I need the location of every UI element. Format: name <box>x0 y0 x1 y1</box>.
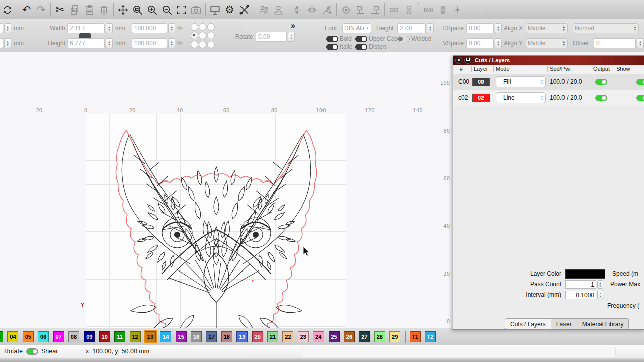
ypos-stepper[interactable]: ▲▼ <box>4 38 11 48</box>
match-height-icon[interactable] <box>436 2 450 17</box>
workspace-grid[interactable] <box>86 114 346 362</box>
tab-material-library[interactable]: Material Library <box>577 318 629 329</box>
owl-design-object[interactable] <box>86 114 347 362</box>
distribute-horizontal-icon[interactable] <box>387 2 401 17</box>
distort-toggle[interactable] <box>355 44 367 50</box>
zoom-out-icon[interactable] <box>159 2 174 17</box>
palette-color-08[interactable]: 08 <box>68 331 79 342</box>
layer-show-toggle[interactable] <box>636 79 644 85</box>
interval-field[interactable] <box>565 291 596 299</box>
xpos-field[interactable] <box>0 23 3 33</box>
layer-mode-combo[interactable]: Line▲▼ <box>496 92 546 103</box>
height-percent-field[interactable] <box>132 38 167 48</box>
palette-color-12[interactable]: 12 <box>130 331 141 342</box>
layer-show-toggle[interactable] <box>636 95 644 101</box>
palette-color-11[interactable]: 11 <box>114 331 125 342</box>
layer-row-C00[interactable]: C0000Fill▲▼100.0 / 20.0 <box>453 74 644 90</box>
move-to-origin-icon[interactable] <box>339 2 353 17</box>
palette-color-28[interactable]: 28 <box>374 331 385 342</box>
zoom-page-icon[interactable] <box>130 2 145 17</box>
palette-color-27[interactable]: 27 <box>359 331 370 342</box>
font-combo[interactable]: DIN Alternate ▼ <box>342 23 371 33</box>
anchor-dot[interactable] <box>207 41 215 48</box>
mirror-across-line-icon[interactable] <box>319 2 334 17</box>
rotate-field[interactable] <box>256 32 287 42</box>
text-style-combo[interactable]: Normal ▲▼ <box>573 23 639 33</box>
user-icon[interactable] <box>271 2 286 17</box>
palette-color-05[interactable]: 05 <box>23 331 34 342</box>
redo-icon[interactable]: ↷ <box>34 2 48 17</box>
undo-icon[interactable]: ↶ <box>19 2 34 17</box>
palette-color-16[interactable]: 16 <box>191 331 202 342</box>
bold-toggle[interactable] <box>326 36 338 42</box>
position-laser-icon[interactable] <box>450 2 465 17</box>
layer-mode-combo[interactable]: Fill▲▼ <box>496 76 546 87</box>
vspace-stepper[interactable]: ▲▼ <box>495 38 502 48</box>
palette-color-06[interactable]: 06 <box>38 331 49 342</box>
layer-output-toggle[interactable] <box>595 95 607 101</box>
flip-horizontal-icon[interactable] <box>305 2 319 17</box>
width-stepper[interactable]: ▲▼ <box>106 23 113 33</box>
palette-color-29[interactable]: 29 <box>389 331 400 342</box>
undock-icon[interactable] <box>464 57 471 64</box>
pass-count-stepper[interactable]: ▲▼ <box>597 280 603 289</box>
import-icon[interactable] <box>0 2 15 17</box>
anchor-dot[interactable] <box>199 32 206 39</box>
flip-vertical-icon[interactable] <box>290 2 305 17</box>
distribute-vertical-icon[interactable] <box>401 2 416 17</box>
palette-color-10[interactable]: 10 <box>99 331 110 342</box>
width-percent-field[interactable] <box>132 23 167 33</box>
settings-icon[interactable]: ⚙ <box>222 2 237 17</box>
paste-icon[interactable] <box>82 2 97 17</box>
height-percent-stepper[interactable]: ▲▼ <box>168 38 175 48</box>
italic-toggle[interactable] <box>326 44 338 50</box>
anchor-dot[interactable] <box>199 23 206 31</box>
preview-icon[interactable] <box>208 2 222 17</box>
tab-laser[interactable]: Laser <box>551 318 577 329</box>
users-icon[interactable] <box>257 2 271 17</box>
align-x-combo[interactable]: Middle ▲▼ <box>526 23 568 33</box>
height-field[interactable] <box>67 38 105 48</box>
anchor-dot[interactable] <box>207 32 215 39</box>
upper-case-toggle[interactable] <box>355 36 367 42</box>
anchor-dot[interactable] <box>191 41 198 48</box>
layer-row-c02[interactable]: c0202Line▲▼100.0 / 20.0 <box>453 90 644 106</box>
layer-color-swatch[interactable] <box>565 269 605 279</box>
copy-icon[interactable] <box>67 2 82 17</box>
frame-selection-icon[interactable] <box>174 2 189 17</box>
vspace-field[interactable] <box>466 38 494 48</box>
palette-tool-layer-T2[interactable]: T2 <box>425 331 436 342</box>
welded-toggle[interactable] <box>397 36 410 42</box>
palette-color-26[interactable]: 26 <box>344 331 355 342</box>
camera-icon[interactable] <box>189 2 203 17</box>
palette-color-18[interactable]: 18 <box>221 331 232 342</box>
palette-color-22[interactable]: 22 <box>282 331 293 342</box>
palette-color-24[interactable]: 24 <box>313 331 324 342</box>
palette-color-03[interactable]: 03 <box>0 331 3 342</box>
hspace-field[interactable] <box>466 23 494 33</box>
anchor-dot[interactable] <box>199 41 206 48</box>
font-height-field[interactable] <box>397 23 426 33</box>
zoom-in-icon[interactable] <box>145 2 159 17</box>
pass-count-field[interactable] <box>565 280 596 289</box>
palette-color-09[interactable]: 09 <box>84 331 95 342</box>
font-height-stepper[interactable]: ▲▼ <box>427 23 434 33</box>
palette-color-25[interactable]: 25 <box>329 331 340 342</box>
palette-color-14[interactable]: 14 <box>160 331 171 342</box>
palette-color-04[interactable]: 04 <box>7 331 18 342</box>
palette-color-17[interactable]: 17 <box>206 331 217 342</box>
palette-color-15[interactable]: 15 <box>176 331 187 342</box>
expand-toolbar-chevrons[interactable]: » <box>291 21 295 30</box>
panel-titlebar[interactable]: ✕ Cuts / Layers <box>453 56 644 65</box>
width-percent-stepper[interactable]: ▲▼ <box>168 23 175 33</box>
cut-icon[interactable]: ✂ <box>53 2 67 17</box>
pan-icon[interactable] <box>116 2 130 17</box>
delete-icon[interactable] <box>97 2 111 17</box>
layer-color-chip[interactable]: 02 <box>472 94 490 102</box>
palette-color-13[interactable]: 13 <box>145 331 156 342</box>
close-icon[interactable]: ✕ <box>455 57 462 64</box>
palette-color-23[interactable]: 23 <box>298 331 309 342</box>
anchor-dot[interactable] <box>207 23 215 31</box>
hspace-stepper[interactable]: ▲▼ <box>495 23 502 33</box>
xpos-stepper[interactable]: ▲▼ <box>4 23 11 33</box>
